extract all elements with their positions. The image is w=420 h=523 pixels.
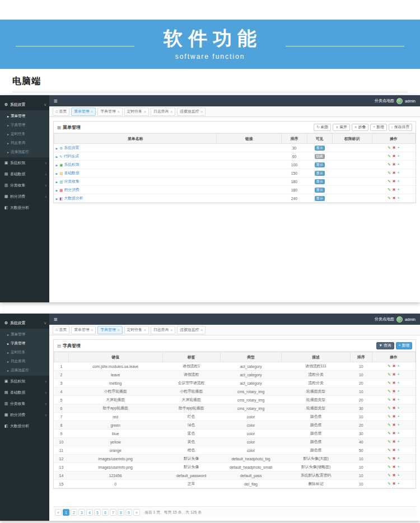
close-icon[interactable]: × xyxy=(200,328,203,332)
collapse-button[interactable]: ∧折叠 xyxy=(352,124,368,131)
edit-icon[interactable]: ✎ xyxy=(388,423,391,427)
tree-expand-icon[interactable]: ▶ xyxy=(56,172,58,175)
add-icon[interactable]: + xyxy=(397,431,399,435)
edit-icon[interactable]: ✎ xyxy=(388,389,391,393)
delete-icon[interactable]: ✖ xyxy=(393,423,396,427)
query-button[interactable]: ▼查询 xyxy=(376,342,394,349)
menu-name-link[interactable]: 系统权限 xyxy=(64,162,80,166)
sidebar-subitem[interactable]: ▸日志查询 xyxy=(0,357,49,366)
sidebar-item[interactable]: ▣系统权限‹ xyxy=(0,157,49,169)
sidebar-item[interactable]: ▦积分消费‹ xyxy=(0,409,49,421)
sidebar-item[interactable]: ◧大数据分析 xyxy=(0,202,49,213)
tab[interactable]: 连接池监控× xyxy=(177,326,206,334)
menu-name-link[interactable]: 积分消费 xyxy=(64,188,80,192)
sidebar-subitem[interactable]: ▸菜单管理 xyxy=(0,330,49,339)
delete-icon[interactable]: ✖ xyxy=(393,162,396,166)
sidebar-subitem[interactable]: ▸字典管理 xyxy=(0,339,49,348)
page-button[interactable]: 8 xyxy=(118,509,124,516)
add-icon[interactable]: + xyxy=(398,146,400,150)
sidebar-subitem[interactable]: ▸连接池监控 xyxy=(0,147,49,156)
page-button[interactable]: 6 xyxy=(102,509,109,516)
tab[interactable]: 字典管理× xyxy=(97,108,122,116)
menu-name-link[interactable]: 系统设置 xyxy=(64,146,79,150)
tab[interactable]: 定时任务× xyxy=(124,326,149,334)
sidebar-subitem[interactable]: ▸定时任务 xyxy=(0,129,49,138)
tab[interactable]: ⌂首页 xyxy=(53,108,69,116)
close-icon[interactable]: × xyxy=(118,110,120,114)
sidebar-item[interactable]: ▣系统权限‹ xyxy=(0,376,49,387)
tab[interactable]: 日志查询× xyxy=(151,326,175,334)
sidebar-subitem[interactable]: ▸定时任务 xyxy=(0,348,49,357)
edit-icon[interactable]: ✎ xyxy=(388,456,391,460)
add-icon[interactable]: + xyxy=(397,406,399,410)
page-button[interactable]: 7 xyxy=(110,509,116,516)
tab[interactable]: 字典管理× xyxy=(97,326,122,334)
edit-icon[interactable]: ✎ xyxy=(388,171,391,175)
sidebar-item[interactable]: ⚙系统设置∨ xyxy=(0,99,49,110)
delete-icon[interactable]: ✖ xyxy=(393,448,396,452)
page-button[interactable]: 5 xyxy=(94,509,101,516)
close-icon[interactable]: × xyxy=(170,110,172,114)
add-icon[interactable]: + xyxy=(397,398,399,401)
close-icon[interactable]: × xyxy=(200,110,203,114)
menu-name-link[interactable]: 分类收集 xyxy=(64,179,80,183)
sidebar-subitem[interactable]: ▸菜单管理 xyxy=(0,111,49,120)
delete-icon[interactable]: ✖ xyxy=(393,171,396,175)
delete-icon[interactable]: ✖ xyxy=(393,188,396,192)
add-icon[interactable]: + xyxy=(397,448,399,452)
edit-icon[interactable]: ✎ xyxy=(388,398,391,401)
menu-name-link[interactable]: 代码生成 xyxy=(64,154,79,158)
add-icon[interactable]: + xyxy=(397,364,399,368)
sidebar-item[interactable]: ◧大数据分析 xyxy=(0,421,49,432)
last-page-button[interactable]: » xyxy=(133,509,140,516)
hamburger-icon[interactable]: ≡ xyxy=(54,98,57,104)
delete-icon[interactable]: ✖ xyxy=(393,482,396,485)
edit-icon[interactable]: ✎ xyxy=(388,482,391,485)
page-button[interactable]: 2 xyxy=(71,509,77,516)
edit-icon[interactable]: ✎ xyxy=(388,372,391,376)
edit-icon[interactable]: ✎ xyxy=(388,146,391,150)
sidebar-item[interactable]: ▦积分消费‹ xyxy=(0,191,49,202)
edit-icon[interactable]: ✎ xyxy=(388,154,391,158)
tab[interactable]: 定时任务× xyxy=(124,108,149,116)
edit-icon[interactable]: ✎ xyxy=(388,381,391,385)
delete-icon[interactable]: ✖ xyxy=(393,179,396,183)
close-icon[interactable]: × xyxy=(170,328,172,332)
save-sort-button[interactable]: ↕保存排序 xyxy=(389,124,412,131)
sidebar-item[interactable]: ▤基础数据‹ xyxy=(0,387,49,398)
add-icon[interactable]: + xyxy=(397,414,399,418)
delete-icon[interactable]: ✖ xyxy=(393,414,396,418)
edit-icon[interactable]: ✎ xyxy=(388,465,391,469)
menu-name-link[interactable]: 大数据分析 xyxy=(64,196,83,200)
username[interactable]: admin xyxy=(405,99,416,103)
avatar[interactable] xyxy=(396,316,403,323)
refresh-button[interactable]: ↻刷新 xyxy=(314,124,331,131)
edit-icon[interactable]: ✎ xyxy=(388,406,391,410)
delete-icon[interactable]: ✖ xyxy=(393,465,396,469)
username[interactable]: admin xyxy=(405,317,416,321)
menu-name-link[interactable]: 基础数据 xyxy=(64,171,80,175)
edit-icon[interactable]: ✎ xyxy=(388,188,391,192)
delete-icon[interactable]: ✖ xyxy=(393,372,396,376)
tree-expand-icon[interactable]: ▶ xyxy=(56,147,58,150)
tab[interactable]: 菜单管理× xyxy=(71,108,96,116)
avatar[interactable] xyxy=(396,98,403,104)
edit-icon[interactable]: ✎ xyxy=(388,179,391,183)
hamburger-icon[interactable]: ≡ xyxy=(54,316,57,323)
close-icon[interactable]: × xyxy=(144,110,146,114)
add-icon[interactable]: + xyxy=(397,465,399,469)
expand-button[interactable]: ∨展开 xyxy=(333,124,349,131)
delete-icon[interactable]: ✖ xyxy=(393,473,396,477)
edit-icon[interactable]: ✎ xyxy=(388,196,391,200)
close-icon[interactable]: × xyxy=(91,328,93,332)
add-icon[interactable]: + xyxy=(397,440,399,443)
edit-icon[interactable]: ✎ xyxy=(388,448,391,452)
close-icon[interactable]: × xyxy=(91,110,93,114)
add-icon[interactable]: + xyxy=(397,473,399,477)
edit-icon[interactable]: ✎ xyxy=(388,162,391,166)
tab[interactable]: 连接池监控× xyxy=(177,108,206,116)
sidebar-item[interactable]: ▥分类收集‹ xyxy=(0,180,49,191)
page-button[interactable]: 4 xyxy=(86,509,93,516)
add-icon[interactable]: + xyxy=(398,179,400,183)
delete-icon[interactable]: ✖ xyxy=(393,154,396,158)
